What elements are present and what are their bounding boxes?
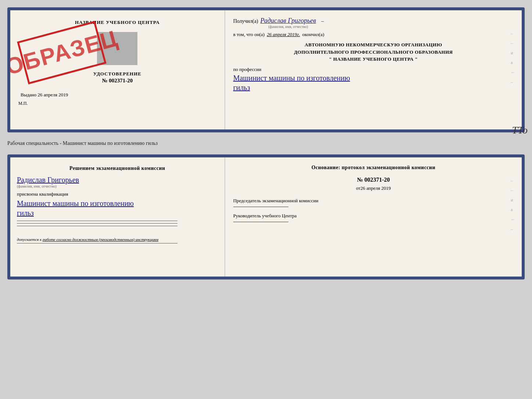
underline-dop <box>17 243 177 243</box>
underline3 <box>17 226 177 226</box>
predsedatel-label: Председатель экзаменационной комиссии <box>233 198 514 204</box>
protocol-date-val: 26 апреля 2019 <box>360 185 391 191</box>
dash-br5: ← <box>511 215 515 224</box>
vtom-line: в том, что он(а) 26 апреля 2019г. окончи… <box>233 32 514 38</box>
vydano-line: Выдано 26 апреля 2019 <box>17 92 218 98</box>
page-wrapper: НАЗВАНИЕ УЧЕБНОГО ЦЕНТРА УДОСТОВЕРЕНИЕ №… <box>7 7 525 279</box>
fio-subtitle-top: (фамилия, имя, отчество) <box>268 25 308 29</box>
org-line2: ДОПОЛНИТЕЛЬНОГО ПРОФЕССИОНАЛЬНОГО ОБРАЗО… <box>233 49 514 56</box>
dash-r5: ← <box>511 68 515 77</box>
separator-label: Рабочая специальность - Машинист машины … <box>7 139 525 148</box>
tto-annotation: TTo <box>512 124 528 136</box>
poluchil-label: Получил(а) <box>233 18 258 24</box>
dash-r1: – <box>511 29 515 38</box>
dash-br4: а <box>511 205 515 214</box>
org-line1: АВТОНОМНУЮ НЕКОММЕРЧЕСКУЮ ОРГАНИЗАЦИЮ <box>233 41 514 49</box>
bottom-doc-left: Решением экзаменационной комиссии Радисл… <box>10 157 225 277</box>
udostoverenie-title: УДОСТОВЕРЕНИЕ <box>93 71 141 77</box>
top-document: НАЗВАНИЕ УЧЕБНОГО ЦЕНТРА УДОСТОВЕРЕНИЕ №… <box>7 7 525 132</box>
dash-top: – <box>321 18 324 24</box>
right-dashes-top: – – и а ← – <box>511 29 515 87</box>
top-doc-right: Получил(а) Радислав Григорьев (фамилия, … <box>225 10 522 129</box>
ot-prefix: от <box>356 185 360 191</box>
school-name-top: НАЗВАНИЕ УЧЕБНОГО ЦЕНТРА <box>75 19 160 25</box>
profession-line1: Машинист машины по изготовлению <box>233 74 350 82</box>
fio-subtitle-bottom: (фамилия, имя, отчество) <box>17 184 57 188</box>
osnovanie-title: Основание: протокол экзаменационной коми… <box>233 165 514 171</box>
protocol-date: от26 апреля 2019 <box>233 185 514 191</box>
rukovoditel-signature <box>233 222 288 222</box>
dopuskaetsya-text: работе согласно должностным (производств… <box>43 237 158 242</box>
dash-r2: – <box>511 38 515 48</box>
poluchil-line: Получил(а) Радислав Григорьев (фамилия, … <box>233 17 514 29</box>
vtom-date: 26 апреля 2019г. <box>267 32 300 38</box>
udostoverenie-num: № 002371-20 <box>93 78 141 84</box>
rukovoditel-label: Руководитель учебного Центра <box>233 213 514 219</box>
dash-r4: а <box>511 58 515 67</box>
photo-placeholder <box>97 32 137 65</box>
okonchil-label: окончил(а) <box>302 32 324 38</box>
dash-br3: и <box>511 195 515 205</box>
bottom-doc-right: Основание: протокол экзаменационной коми… <box>225 157 522 277</box>
bottom-profession: Машинист машины по изготовлению гильз <box>17 199 218 218</box>
dopuskaetsya-prefix: допускается к <box>17 237 42 242</box>
bottom-document: Решением экзаменационной комиссии Радисл… <box>7 154 525 279</box>
dash-r6: – <box>511 77 515 87</box>
underline2 <box>17 223 177 224</box>
bottom-recipient-name: Радислав Григорьев <box>17 176 79 184</box>
dash-br1: – <box>511 176 515 185</box>
dash-br2: – <box>511 185 515 195</box>
profession-top: Машинист машины по изготовлению гильз <box>233 73 514 92</box>
protocol-num: № 002371-20 <box>233 177 514 183</box>
dopuskaetsya-line: допускается к работе согласно должностны… <box>17 237 218 242</box>
vydano-date: 26 апреля 2019 <box>38 92 68 97</box>
recipient-name: Радислав Григорьев <box>260 17 316 25</box>
org-name: " НАЗВАНИЕ УЧЕБНОГО ЦЕНТРА " <box>233 56 514 63</box>
vtom-prefix: в том, что он(а) <box>233 32 265 38</box>
top-doc-left: НАЗВАНИЕ УЧЕБНОГО ЦЕНТРА УДОСТОВЕРЕНИЕ №… <box>10 10 225 129</box>
prisvoena-label: присвоена квалификация <box>17 191 218 197</box>
vydano-label: Выдано <box>21 92 36 97</box>
qual-line1: Машинист машины по изготовлению <box>17 199 134 207</box>
mp-line: М.П. <box>17 101 218 106</box>
dash-r3: и <box>511 48 515 58</box>
resheniem-title: Решением экзаменационной комиссии <box>17 165 218 172</box>
udostoverenie-block: УДОСТОВЕРЕНИЕ № 002371-20 <box>93 71 141 85</box>
predsedatel-signature <box>233 207 288 207</box>
right-dashes-bottom: – – и а ← – <box>511 176 515 234</box>
qual-line2: гильз <box>17 209 34 217</box>
dash-br6: – <box>511 224 515 234</box>
profession-line2: гильз <box>233 83 250 92</box>
underline1 <box>17 221 177 221</box>
po-professii-label: по профессии <box>233 67 514 72</box>
org-block: АВТОНОМНУЮ НЕКОММЕРЧЕСКУЮ ОРГАНИЗАЦИЮ ДО… <box>233 41 514 63</box>
